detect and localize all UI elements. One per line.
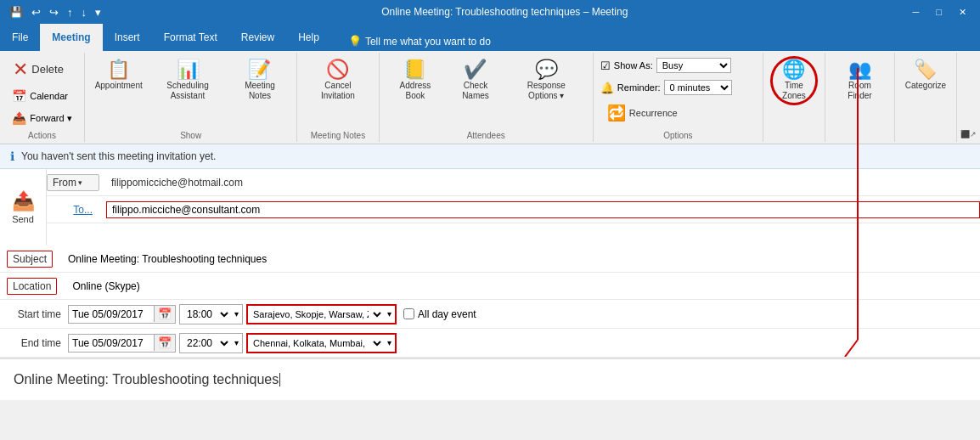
meeting-notes-show-label: Meeting Notes: [236, 81, 284, 101]
reminder-label: Reminder:: [617, 82, 661, 93]
end-time-row: End time 📅 22:00 ▾ Chennai, Kolkata, Mum…: [0, 329, 980, 358]
room-finder-group: 👥 Room Finder: [825, 53, 895, 142]
window-controls: ─ □ ✕: [906, 7, 973, 18]
end-time-dropdown-icon[interactable]: ▾: [231, 338, 242, 347]
address-book-button[interactable]: 📒 Address Book: [386, 56, 445, 105]
all-day-label: All day event: [418, 308, 476, 320]
recurrence-label: Recurrence: [629, 108, 678, 118]
recurrence-button[interactable]: 🔁 Recurrence: [600, 100, 756, 126]
room-finder-group-items: 👥 Room Finder: [832, 56, 887, 137]
meeting-notes-show-icon: 📝: [248, 60, 271, 79]
to-button[interactable]: To...: [66, 200, 99, 219]
expand-icon[interactable]: ⬛↗: [960, 130, 977, 138]
down-qat-btn[interactable]: ↓: [79, 6, 90, 19]
start-tz-dropdown-icon[interactable]: ▾: [384, 309, 395, 319]
recurrence-icon: 🔁: [607, 104, 626, 122]
appointment-button[interactable]: 📋 Appointment: [92, 56, 145, 95]
send-icon: 📤: [12, 190, 35, 212]
from-button[interactable]: From ▾: [47, 174, 99, 191]
from-label-area: From ▾: [47, 174, 106, 191]
tell-me-box[interactable]: 💡 Tell me what you want to do: [340, 31, 499, 51]
check-names-icon: ✔️: [464, 60, 487, 79]
forward-button[interactable]: 📤 Forward ▾: [7, 109, 76, 127]
options-group-label: Options: [663, 127, 692, 140]
delete-icon: ✕: [13, 60, 28, 79]
scheduling-label: Scheduling Assistant: [153, 81, 222, 101]
show-group-items: 📋 Appointment 📊 Scheduling Assistant 📝 M…: [92, 56, 290, 127]
forward-label: Forward ▾: [30, 113, 71, 124]
subject-field[interactable]: [63, 250, 980, 268]
tab-format-text[interactable]: Format Text: [152, 24, 229, 51]
tab-file[interactable]: File: [0, 24, 40, 51]
send-button-area: 📤 Send: [0, 169, 47, 245]
show-as-select[interactable]: Busy Free Tentative Out of Office: [656, 58, 731, 73]
to-row: To...: [47, 196, 980, 223]
bell-icon: 🔔: [600, 82, 614, 94]
tab-help[interactable]: Help: [286, 24, 331, 51]
all-day-checkbox[interactable]: [403, 308, 414, 319]
meeting-notes-show-button[interactable]: 📝 Meeting Notes: [230, 56, 290, 105]
calendar-button[interactable]: 📅 Calendar: [7, 87, 73, 105]
to-field[interactable]: [106, 201, 980, 218]
end-tz-dropdown-icon[interactable]: ▾: [384, 338, 395, 347]
start-date-calendar-btn[interactable]: 📅: [154, 306, 175, 322]
actions-group-label: Actions: [28, 127, 56, 140]
actions-group: ✕ Delete 📅 Calendar 📤 Forward ▾ Actions: [0, 53, 85, 142]
undo-qat-btn[interactable]: ↩: [29, 6, 43, 19]
delete-button[interactable]: ✕ Delete: [7, 56, 70, 83]
end-time-select-wrap: 22:00 ▾: [179, 333, 243, 353]
end-tz-select[interactable]: Chennai, Kolkata, Mumbai, New D: [248, 335, 384, 352]
cancel-invitation-button[interactable]: 🚫 Cancel Invitation: [304, 56, 371, 105]
meeting-notes-group-label: Meeting Notes: [311, 127, 365, 140]
tab-review[interactable]: Review: [229, 24, 286, 51]
location-label: Location: [7, 278, 57, 295]
all-day-event-area: All day event: [403, 308, 476, 320]
start-time-label: Start time: [0, 308, 68, 320]
show-group: 📋 Appointment 📊 Scheduling Assistant 📝 M…: [85, 53, 297, 142]
time-zones-button[interactable]: 🌐 Time Zones: [770, 56, 818, 105]
categorize-button[interactable]: 🏷️ Categorize: [899, 56, 952, 95]
end-time-select[interactable]: 22:00: [180, 334, 231, 353]
close-btn[interactable]: ✕: [952, 7, 973, 18]
form-area: 📤 Send From ▾ filippomicciche@hotmail.co…: [0, 169, 980, 358]
response-options-button[interactable]: 💬 Response Options ▾: [507, 56, 586, 105]
location-field[interactable]: [67, 277, 980, 296]
start-date-input[interactable]: [69, 306, 154, 323]
end-date-input[interactable]: [69, 335, 154, 352]
end-date-calendar-btn[interactable]: 📅: [154, 335, 175, 351]
start-time-dropdown-icon[interactable]: ▾: [231, 309, 242, 319]
calendar-icon: 📅: [12, 89, 26, 103]
title-bar-left: 💾 ↩ ↪ ↑ ↓ ▾: [7, 6, 104, 19]
info-icon: ℹ: [10, 149, 14, 163]
location-label-area: Location: [0, 280, 67, 292]
from-row: From ▾ filippomicciche@hotmail.com: [47, 169, 980, 196]
cancel-invitation-label: Cancel Invitation: [310, 81, 365, 101]
options-group: ☑ Show As: Busy Free Tentative Out of Of…: [594, 53, 763, 142]
start-tz-select[interactable]: Sarajevo, Skopje, Warsaw, Zagre: [248, 306, 384, 323]
tab-insert[interactable]: Insert: [103, 24, 152, 51]
tab-meeting[interactable]: Meeting: [40, 24, 102, 51]
meeting-notes-group: 🚫 Cancel Invitation Meeting Notes: [297, 53, 379, 142]
redo-qat-btn[interactable]: ↪: [47, 6, 61, 19]
subject-label-area: Subject: [0, 253, 63, 265]
reminder-select[interactable]: 0 minutes 5 minutes 15 minutes 30 minute…: [664, 80, 732, 95]
ribbon-tabs: File Meeting Insert Format Text Review H…: [0, 24, 980, 51]
editor-area[interactable]: Online Meeting: Troubleshooting techniqu…: [0, 358, 980, 400]
more-qat-btn[interactable]: ▾: [93, 6, 104, 19]
room-finder-button[interactable]: 👥 Room Finder: [832, 56, 887, 105]
minimize-btn[interactable]: ─: [906, 7, 926, 18]
subject-row: Subject: [0, 245, 980, 273]
check-names-button[interactable]: ✔️ Check Names: [446, 56, 504, 105]
save-qat-btn[interactable]: 💾: [7, 6, 25, 19]
categorize-group-items: 🏷️ Categorize: [899, 56, 952, 137]
start-date-input-wrap: 📅: [68, 305, 176, 324]
show-as-label: Show As:: [614, 60, 653, 71]
start-time-select[interactable]: 18:00: [180, 305, 231, 324]
up-qat-btn[interactable]: ↑: [65, 6, 76, 19]
maximize-btn[interactable]: □: [929, 7, 949, 18]
scheduling-assistant-button[interactable]: 📊 Scheduling Assistant: [147, 56, 228, 105]
info-banner: ℹ You haven't sent this meeting invitati…: [0, 144, 980, 169]
quick-access-toolbar: 💾 ↩ ↪ ↑ ↓ ▾: [7, 6, 104, 19]
attendees-group-label: Attendees: [467, 127, 505, 140]
send-button[interactable]: 📤 Send: [8, 187, 38, 228]
